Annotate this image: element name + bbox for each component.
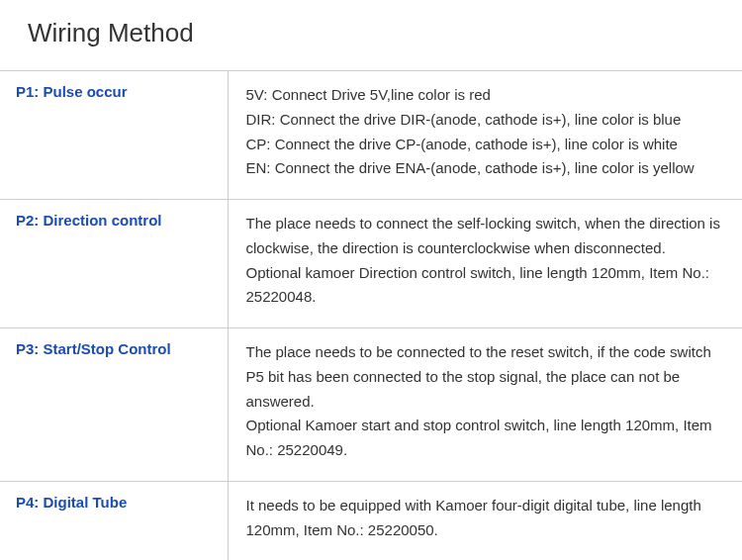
desc-line: It needs to be equipped with Kamoer four… bbox=[246, 494, 721, 543]
row-description: The place needs to be connected to the r… bbox=[228, 328, 742, 482]
row-label: P4: Digital Tube bbox=[0, 481, 228, 560]
row-description: The place needs to connect the self-lock… bbox=[228, 200, 742, 328]
table-row: P2: Direction control The place needs to… bbox=[0, 200, 742, 328]
row-description: 5V: Connect Drive 5V,line color is red D… bbox=[228, 71, 742, 200]
desc-line: The place needs to be connected to the r… bbox=[246, 340, 721, 414]
page-title: Wiring Method bbox=[0, 0, 742, 70]
table-row: P1: Pulse occur 5V: Connect Drive 5V,lin… bbox=[0, 71, 742, 200]
table-row: P4: Digital Tube It needs to be equipped… bbox=[0, 481, 742, 560]
desc-line: CP: Connect the drive CP-(anode, cathode… bbox=[246, 133, 721, 157]
desc-line: Optional Kamoer start and stop control s… bbox=[246, 414, 721, 463]
row-label: P2: Direction control bbox=[0, 200, 228, 328]
desc-line: DIR: Connect the drive DIR-(anode, catho… bbox=[246, 108, 721, 133]
desc-line: The place needs to connect the self-lock… bbox=[246, 212, 721, 261]
desc-line: 5V: Connect Drive 5V,line color is red bbox=[246, 83, 721, 108]
table-row: P3: Start/Stop Control The place needs t… bbox=[0, 328, 742, 482]
row-label: P1: Pulse occur bbox=[0, 71, 228, 200]
row-description: It needs to be equipped with Kamoer four… bbox=[228, 481, 742, 560]
desc-line: EN: Connect the drive ENA-(anode, cathod… bbox=[246, 156, 721, 181]
desc-line: Optional kamoer Direction control switch… bbox=[246, 261, 721, 311]
wiring-table: P1: Pulse occur 5V: Connect Drive 5V,lin… bbox=[0, 70, 742, 560]
row-label: P3: Start/Stop Control bbox=[0, 328, 228, 482]
